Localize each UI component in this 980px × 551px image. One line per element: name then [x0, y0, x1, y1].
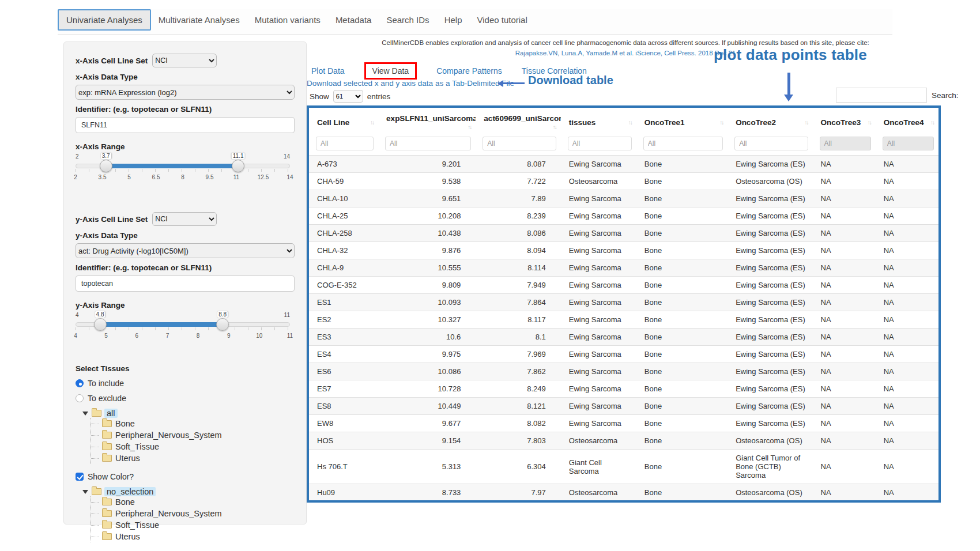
table-row[interactable]: ES710.7288.249Ewing SarcomaBoneEwing Sar…	[309, 380, 938, 398]
table-row[interactable]: CHLA-25810.4388.086Ewing SarcomaBoneEwin…	[309, 225, 938, 242]
subtab-compare-patterns[interactable]: Compare Patterns	[436, 66, 502, 76]
column-filter-input[interactable]	[643, 137, 723, 150]
nav-tab-multivariate-analyses[interactable]: Multivariate Analyses	[151, 10, 247, 29]
color-tree-item-bone[interactable]: Bone	[91, 496, 295, 508]
sort-icon[interactable]: ↑↓	[719, 119, 723, 126]
table-row[interactable]: Hs 706.T5.3136.304Giant Cell SarcomaBone…	[309, 450, 938, 484]
column-filter-input[interactable]	[568, 137, 632, 150]
y-axis-slider-low-handle[interactable]	[94, 318, 107, 331]
checkbox-checked-icon[interactable]	[76, 473, 84, 481]
column-header-cell-line[interactable]: Cell Line↑↓	[309, 108, 378, 135]
color-tree-root[interactable]: no_selection	[82, 487, 295, 496]
tissues-exclude-radio[interactable]: To exclude	[76, 394, 295, 403]
nav-tab-help[interactable]: Help	[437, 10, 470, 29]
color-tree-root-label[interactable]: no_selection	[104, 487, 156, 496]
column-header-act609699_unisarcoma[interactable]: act609699_uniSarcoma↑↓	[476, 108, 560, 135]
tissues-include-radio[interactable]: To include	[76, 379, 295, 388]
column-header-oncotree2[interactable]: OncoTree2↑↓	[728, 108, 812, 135]
radio-selected-icon[interactable]	[76, 379, 84, 387]
x-axis-data-type-select[interactable]: exp: mRNA Expression (log2)	[76, 85, 295, 100]
column-filter-input[interactable]	[385, 137, 471, 150]
table-row[interactable]: ES310.68.1Ewing SarcomaBoneEwing Sarcoma…	[309, 329, 938, 346]
sort-icon[interactable]: ↑↓	[805, 119, 808, 126]
cell: NA	[876, 190, 938, 207]
y-axis-data-type-select[interactable]: act: Drug Activity (-log10[IC50M])	[76, 243, 295, 258]
table-row[interactable]: CHLA-2510.2088.239Ewing SarcomaBoneEwing…	[309, 207, 938, 225]
table-row[interactable]: ES210.3278.117Ewing SarcomaBoneEwing Sar…	[309, 311, 938, 329]
table-row[interactable]: ES49.9757.969Ewing SarcomaBoneEwing Sarc…	[309, 346, 938, 363]
table-row[interactable]: CHLA-329.8768.094Ewing SarcomaBoneEwing …	[309, 242, 938, 259]
nav-tab-univariate-analyses[interactable]: Univariate Analyses	[58, 9, 151, 31]
color-tree-item-soft_tissue[interactable]: Soft_Tissue	[91, 519, 295, 531]
column-header-oncotree1[interactable]: OncoTree1↑↓	[636, 108, 728, 135]
y-axis-range-slider[interactable]: 4114.88.84567891011	[76, 312, 290, 342]
y-axis-slider-high-handle[interactable]	[216, 318, 229, 331]
table-row[interactable]: ES610.0867.862Ewing SarcomaBoneEwing Sar…	[309, 363, 938, 380]
table-row[interactable]: KHOS NP8.3437.371OsteosarcomaBoneOsteosa…	[309, 501, 938, 503]
column-filter-input[interactable]	[316, 137, 374, 150]
plot-data-points-table: Cell Line↑↓expSLFN11_uniSarcoma↑↓act6096…	[307, 105, 941, 503]
x-axis-range-slider[interactable]: 2143.711.123.556.589.51112.514	[76, 153, 290, 183]
table-row[interactable]: A-6739.2018.087Ewing SarcomaBoneEwing Sa…	[309, 156, 938, 173]
color-tree-item-label: Peripheral_Nervous_System	[115, 509, 222, 518]
tree-expander-icon[interactable]	[82, 490, 88, 494]
y-axis-identifier-input[interactable]	[76, 276, 295, 292]
color-tree-item-peripheral_nervous_system[interactable]: Peripheral_Nervous_System	[91, 508, 295, 519]
select-tissues-title: Select Tissues	[76, 364, 295, 373]
nav-tab-search-ids[interactable]: Search IDs	[379, 10, 436, 29]
sort-icon[interactable]: ↑↓	[468, 124, 471, 130]
table-row[interactable]: CHLA-109.6517.89Ewing SarcomaBoneEwing S…	[309, 190, 938, 207]
table-row[interactable]: CHLA-910.5558.114Ewing SarcomaBoneEwing …	[309, 259, 938, 277]
nav-tab-video-tutorial[interactable]: Video tutorial	[469, 10, 534, 29]
sort-icon[interactable]: ↑↓	[628, 119, 632, 126]
table-row[interactable]: COG-E-3529.8097.949Ewing SarcomaBoneEwin…	[309, 277, 938, 294]
column-filter-input[interactable]	[734, 137, 808, 150]
include-tree-item-peripheral_nervous_system[interactable]: Peripheral_Nervous_System	[91, 429, 295, 441]
y-axis-cell-line-set-select[interactable]: NCI	[152, 212, 217, 226]
cell: Bone	[636, 363, 728, 380]
column-header-expslfn11_unisarcoma[interactable]: expSLFN11_uniSarcoma↑↓	[378, 108, 476, 135]
table-row[interactable]: ES810.4498.121Ewing SarcomaBoneEwing Sar…	[309, 398, 938, 415]
cell: 8.082	[476, 415, 560, 432]
entries-count-select[interactable]: 61	[333, 90, 363, 103]
include-tree-root[interactable]: all	[82, 409, 295, 418]
y-axis-tick-label: 8	[197, 333, 200, 339]
x-axis-slider-high-handle[interactable]	[232, 160, 244, 172]
color-tree-item-uterus[interactable]: Uterus	[91, 531, 295, 542]
table-row[interactable]: CHA-599.5387.722OsteosarcomaBoneOsteosar…	[309, 173, 938, 190]
y-axis-slider-tick-labels: 4567891011	[76, 333, 290, 341]
include-tree-item-uterus[interactable]: Uterus	[91, 452, 295, 464]
nav-tab-mutation-variants[interactable]: Mutation variants	[247, 10, 328, 29]
search-input[interactable]	[836, 88, 927, 103]
cell: NA	[876, 380, 938, 398]
subtab-plot-data[interactable]: Plot Data	[311, 66, 345, 76]
sort-icon[interactable]: ↑↓	[930, 119, 934, 126]
column-header-oncotree3[interactable]: OncoTree3↑↓	[813, 108, 876, 135]
include-tree-root-label[interactable]: all	[104, 409, 118, 418]
cell: 7.97	[476, 484, 560, 501]
tree-expander-icon[interactable]	[82, 412, 88, 416]
cell: Osteosarcoma (OS)	[728, 484, 812, 501]
table-row[interactable]: EW89.6778.082Ewing SarcomaBoneEwing Sarc…	[309, 415, 938, 432]
sort-icon[interactable]: ↑↓	[868, 119, 871, 126]
table-row[interactable]: Hu098.7337.97OsteosarcomaBoneOsteosarcom…	[309, 484, 938, 501]
sort-icon[interactable]: ↑↓	[370, 119, 374, 126]
include-tree-item-bone[interactable]: Bone	[91, 418, 295, 429]
table-header-row: Cell Line↑↓expSLFN11_uniSarcoma↑↓act6096…	[309, 108, 938, 135]
show-color-checkbox-row[interactable]: Show Color?	[76, 472, 295, 481]
table-row[interactable]: ES110.0937.864Ewing SarcomaBoneEwing Sar…	[309, 294, 938, 311]
x-axis-slider-low-handle[interactable]	[100, 160, 112, 172]
column-header-tissues[interactable]: tissues↑↓	[561, 108, 636, 135]
column-filter-input[interactable]	[483, 137, 556, 150]
x-axis-tick-label: 14	[287, 174, 293, 180]
download-tab-delimited-link[interactable]: Download selected x and y axis data as a…	[307, 79, 514, 88]
include-tree-item-soft_tissue[interactable]: Soft_Tissue	[91, 441, 295, 452]
x-axis-cell-line-set-select[interactable]: NCI	[152, 54, 217, 67]
subtab-view-data[interactable]: View Data	[372, 66, 409, 76]
column-header-oncotree4[interactable]: OncoTree4↑↓	[876, 108, 938, 135]
sort-icon[interactable]: ↑↓	[553, 124, 556, 130]
nav-tab-metadata[interactable]: Metadata	[328, 10, 379, 29]
radio-unselected-icon[interactable]	[76, 394, 84, 402]
x-axis-identifier-input[interactable]	[76, 117, 295, 133]
table-row[interactable]: HOS9.1547.803OsteosarcomaBoneOsteosarcom…	[309, 432, 938, 450]
